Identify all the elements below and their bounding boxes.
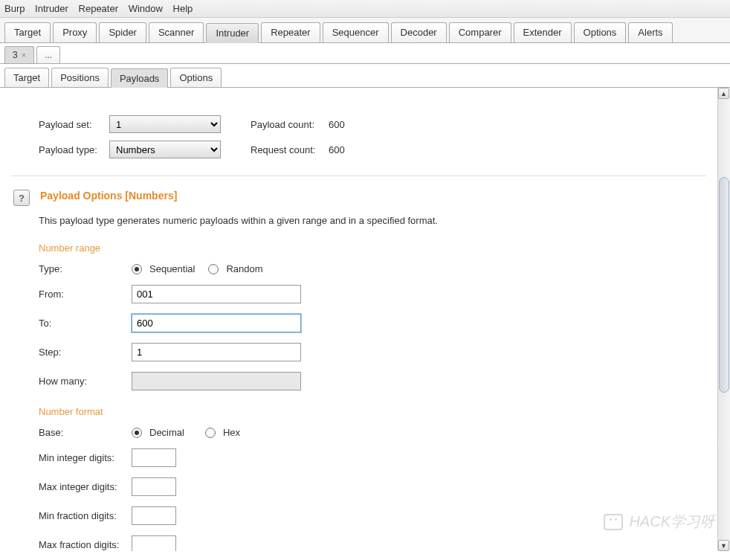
to-input[interactable] [132, 314, 301, 332]
radio-decimal[interactable] [132, 428, 142, 438]
session-tabs: 3 × ... [0, 43, 730, 64]
payload-set-label: Payload set: [39, 119, 102, 130]
request-count-label: Request count: [251, 144, 321, 155]
tab-sequencer[interactable]: Sequencer [323, 22, 389, 42]
session-tab-3[interactable]: 3 × [4, 46, 34, 63]
number-format-heading: Number format [0, 396, 717, 422]
tab-target[interactable]: Target [4, 22, 51, 42]
tab-alerts[interactable]: Alerts [628, 22, 672, 42]
scrollbar[interactable]: ▲ ▼ [717, 88, 730, 551]
payload-set-select[interactable]: 1 [109, 115, 221, 133]
tab-spider[interactable]: Spider [99, 22, 146, 42]
inner-tab-positions[interactable]: Positions [51, 68, 109, 87]
payload-type-select[interactable]: Numbers [109, 141, 221, 158]
min-frac-input[interactable] [132, 506, 176, 525]
from-label: From: [39, 289, 132, 300]
tab-comparer[interactable]: Comparer [449, 22, 511, 42]
min-int-label: Min integer digits: [39, 452, 132, 463]
request-count-value: 600 [329, 144, 345, 155]
min-frac-label: Min fraction digits: [39, 510, 132, 521]
tab-proxy[interactable]: Proxy [53, 22, 97, 42]
tab-options[interactable]: Options [574, 22, 627, 42]
menu-burp[interactable]: Burp [4, 3, 25, 14]
from-input[interactable] [132, 285, 301, 303]
payload-count-label: Payload count: [251, 119, 321, 130]
payload-count-value: 600 [329, 119, 345, 130]
help-button[interactable]: ? [13, 190, 30, 206]
inner-tab-target[interactable]: Target [4, 68, 49, 87]
how-many-label: How many: [39, 376, 132, 387]
session-tab-label: 3 [13, 50, 18, 60]
watermark: HACK学习呀 [604, 512, 715, 532]
max-frac-label: Max fraction digits: [39, 539, 132, 550]
max-int-input[interactable] [132, 477, 176, 496]
content-panel: Payload set: 1 Payload count: 600 Payloa… [0, 88, 717, 551]
section-description: This payload type generates numeric payl… [0, 206, 717, 232]
max-int-label: Max integer digits: [39, 481, 132, 492]
close-icon[interactable]: × [22, 51, 26, 59]
to-label: To: [39, 318, 132, 329]
watermark-text: HACK学习呀 [629, 512, 715, 532]
inner-tab-options[interactable]: Options [170, 68, 222, 87]
radio-sequential[interactable] [132, 264, 142, 274]
base-label: Base: [39, 427, 132, 438]
payload-type-label: Payload type: [39, 144, 102, 155]
menu-window[interactable]: Window [129, 3, 163, 14]
min-int-input[interactable] [132, 448, 176, 467]
section-title: Payload Options [Numbers] [40, 190, 177, 202]
dots-icon: ... [45, 50, 52, 60]
radio-sequential-label: Sequential [149, 263, 195, 274]
menu-intruder[interactable]: Intruder [35, 3, 68, 14]
radio-random-label: Random [226, 263, 262, 274]
type-label: Type: [39, 263, 132, 274]
scroll-thumb[interactable] [719, 177, 729, 393]
session-tab-new[interactable]: ... [36, 46, 60, 63]
tab-intruder[interactable]: Intruder [206, 23, 259, 43]
divider [11, 176, 706, 176]
menubar: Burp Intruder Repeater Window Help [0, 0, 730, 18]
radio-random[interactable] [208, 264, 219, 274]
radio-hex-label: Hex [223, 427, 240, 438]
tab-decoder[interactable]: Decoder [391, 22, 447, 42]
main-tabs: Target Proxy Spider Scanner Intruder Rep… [0, 18, 730, 43]
menu-help[interactable]: Help [173, 3, 193, 14]
radio-decimal-label: Decimal [149, 427, 184, 438]
number-range-heading: Number range [0, 232, 717, 258]
max-frac-input[interactable] [132, 535, 176, 551]
step-label: Step: [39, 347, 132, 358]
how-many-input [132, 372, 301, 390]
radio-hex[interactable] [205, 428, 216, 438]
step-input[interactable] [132, 343, 301, 361]
tab-extender[interactable]: Extender [514, 22, 572, 42]
tab-repeater[interactable]: Repeater [261, 22, 320, 42]
watermark-icon [604, 514, 623, 530]
menu-repeater[interactable]: Repeater [79, 3, 118, 14]
scroll-up-icon[interactable]: ▲ [718, 88, 729, 99]
inner-tab-payloads[interactable]: Payloads [111, 68, 168, 88]
tab-scanner[interactable]: Scanner [149, 22, 204, 42]
scroll-down-icon[interactable]: ▼ [718, 540, 729, 551]
inner-tabs: Target Positions Payloads Options [0, 64, 730, 88]
